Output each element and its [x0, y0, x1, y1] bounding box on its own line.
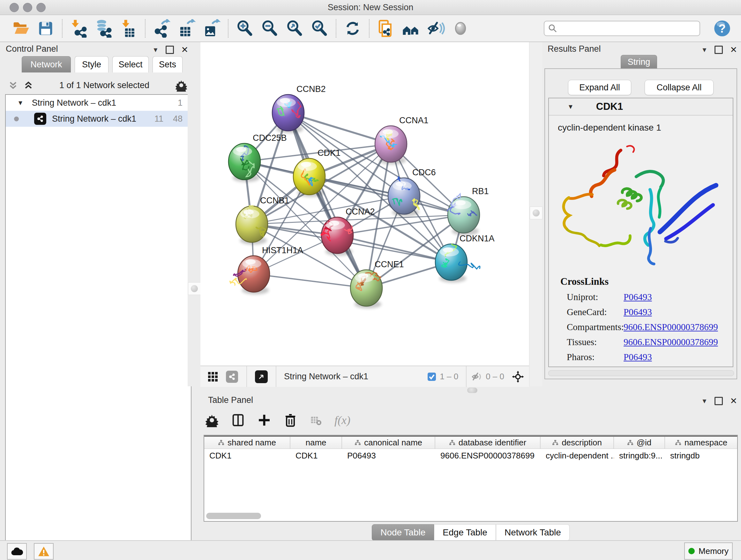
column-header-canonical-name[interactable]: canonical name [342, 437, 435, 449]
tissues-link[interactable]: 9606.ENSP00000378699 [623, 337, 718, 348]
edge-CCNB2-CCNE1[interactable] [288, 113, 366, 288]
cell-canonical-name[interactable]: P06493 [342, 449, 435, 462]
export-network-button[interactable] [152, 18, 172, 38]
close-panel-icon[interactable]: ✕ [730, 396, 737, 406]
table-horizontal-scrollbar[interactable] [206, 513, 261, 519]
column-header-id[interactable]: @id [614, 437, 665, 449]
tab-network-table[interactable]: Network Table [496, 524, 569, 541]
column-header-namespace[interactable]: namespace [665, 437, 737, 449]
grid-mode-button[interactable] [205, 369, 220, 384]
delete-column-trash-icon[interactable] [283, 413, 297, 427]
export-image-button[interactable] [202, 18, 221, 38]
uniprot-link[interactable]: P06493 [623, 292, 652, 302]
collapse-panel-icon[interactable]: ▼ [152, 46, 159, 54]
table-settings-gear-icon[interactable] [205, 413, 219, 427]
clone-network-button[interactable] [376, 18, 396, 38]
right-splitter[interactable] [529, 42, 542, 386]
refresh-layout-button[interactable] [343, 18, 362, 38]
pan-mode-button[interactable] [510, 369, 526, 385]
collapse-panel-icon[interactable]: ▼ [701, 397, 708, 405]
section-collapse-icon[interactable]: ▼ [567, 103, 574, 111]
cell-id[interactable]: stringdb:9... [614, 449, 665, 462]
save-session-button[interactable] [36, 18, 56, 38]
network-graph[interactable]: CCNB2CCNA1CDC25BCDK1CDC6RB1CCNB1CCNA2CDK… [200, 42, 529, 366]
table-row[interactable]: CDK1 CDK1 P06493 9606.ENSP00000378699 cy… [204, 449, 737, 462]
hidden-eye-icon[interactable] [471, 371, 482, 382]
zoom-in-button[interactable] [235, 18, 255, 38]
hide-selected-button[interactable] [426, 18, 446, 38]
expand-all-button[interactable]: Expand All [568, 80, 631, 95]
cell-namespace[interactable]: stringdb [665, 449, 737, 462]
warning-status-button[interactable] [34, 543, 54, 560]
network-collection-row[interactable]: ▼ String Network – cdk1 1 [6, 95, 191, 111]
pharos-link[interactable]: P06493 [623, 352, 652, 362]
node-CCNA1[interactable]: CCNA1 [375, 116, 428, 165]
collapse-all-button[interactable]: Collapse All [645, 80, 714, 95]
tab-network[interactable]: Network [22, 56, 71, 72]
cell-description[interactable]: cyclin-dependent ... [541, 449, 614, 462]
float-panel-icon[interactable] [165, 46, 174, 54]
gene-section-header[interactable]: ▼ CDK1 [549, 98, 733, 116]
bottom-splitter-grip[interactable] [467, 388, 477, 393]
node-RB1[interactable]: RB1 [448, 186, 489, 235]
left-splitter-grip[interactable] [188, 282, 201, 295]
selected-checkbox-icon[interactable] [427, 372, 436, 381]
tab-string[interactable]: String [621, 55, 657, 69]
gear-icon[interactable] [175, 79, 188, 91]
edge-HIST1H1A-CCNE1[interactable] [254, 274, 366, 288]
tab-style[interactable]: Style [75, 56, 109, 72]
genecard-link[interactable]: P06493 [623, 307, 652, 317]
zoom-out-icon [260, 19, 279, 38]
left-splitter[interactable] [188, 42, 200, 386]
birdseye-view-button[interactable] [254, 369, 269, 384]
network-canvas[interactable]: CCNB2CCNA1CDC25BCDK1CDC6RB1CCNB1CCNA2CDK… [200, 42, 529, 366]
close-panel-icon[interactable]: ✕ [181, 45, 188, 55]
export-table-button[interactable] [177, 18, 197, 38]
import-network-file-button[interactable] [69, 18, 89, 38]
memory-button[interactable]: Memory [684, 543, 733, 560]
column-header-description[interactable]: description [541, 437, 614, 449]
help-button[interactable]: ? [712, 18, 732, 38]
node-CCNE1[interactable]: CCNE1 [350, 260, 404, 308]
column-header-name[interactable]: name [290, 437, 342, 449]
column-header-shared-name[interactable]: shared name [204, 437, 290, 449]
results-horizontal-scrollbar[interactable] [548, 370, 734, 376]
right-splitter-grip[interactable] [530, 206, 542, 219]
network-row-selected[interactable]: String Network – cdk1 11 48 [6, 111, 191, 127]
show-all-button[interactable] [401, 18, 421, 38]
tab-select[interactable]: Select [112, 56, 149, 72]
column-header-database-identifier[interactable]: database identifier [435, 437, 541, 449]
node-CCNB1[interactable]: CCNB1 [236, 196, 289, 245]
cell-name[interactable]: CDK1 [290, 449, 342, 462]
tab-edge-table[interactable]: Edge Table [434, 524, 496, 541]
edge-CCNA2-CDKN1A[interactable] [337, 235, 451, 262]
import-network-database-button[interactable] [94, 18, 114, 38]
float-panel-icon[interactable] [715, 46, 723, 54]
cell-shared-name[interactable]: CDK1 [204, 449, 290, 462]
node-HIST1H1A[interactable]: HIST1H1A [230, 246, 303, 294]
float-panel-icon[interactable] [715, 397, 723, 405]
search-input[interactable] [544, 21, 700, 36]
graphics-details-button[interactable] [451, 18, 470, 38]
add-column-icon[interactable] [257, 413, 271, 427]
network-share-view-button[interactable] [225, 369, 239, 384]
zoom-selected-button[interactable] [310, 18, 329, 38]
cloud-status-button[interactable] [7, 543, 27, 560]
node-CDKN1A[interactable]: CDKN1A [435, 234, 495, 283]
tree-expand-icon[interactable]: ▼ [17, 99, 23, 107]
node-label-CCNB2: CCNB2 [296, 84, 326, 94]
close-panel-icon[interactable]: ✕ [730, 45, 737, 55]
node-CCNB2[interactable]: CCNB2 [272, 84, 326, 133]
collapse-panel-icon[interactable]: ▼ [701, 46, 708, 54]
zoom-out-button[interactable] [260, 18, 280, 38]
open-session-button[interactable] [11, 18, 30, 38]
cell-database-identifier[interactable]: 9606.ENSP00000378699 [435, 449, 541, 462]
collapse-all-chevron-icon[interactable] [8, 80, 18, 91]
compartments-link[interactable]: 9606.ENSP00000378699 [623, 322, 718, 332]
show-columns-icon[interactable] [231, 413, 245, 427]
zoom-fit-button[interactable] [285, 18, 305, 38]
tab-sets[interactable]: Sets [152, 56, 183, 72]
expand-all-chevron-icon[interactable] [23, 80, 34, 91]
import-table-file-button[interactable] [119, 18, 138, 38]
tab-node-table[interactable]: Node Table [372, 524, 434, 541]
